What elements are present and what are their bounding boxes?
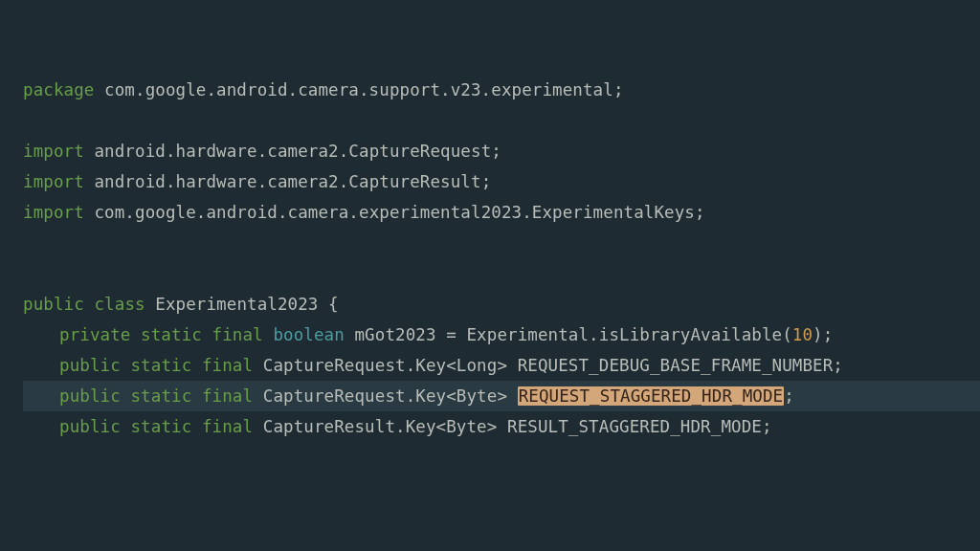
type-boolean: boolean: [273, 325, 344, 344]
keyword-final: final: [202, 386, 253, 406]
code-text: ;: [784, 386, 794, 406]
code-line-field: public static final CaptureRequest.Key<L…: [23, 356, 843, 375]
code-editor[interactable]: package com.google.android.camera.suppor…: [0, 0, 980, 442]
keyword-public: public: [59, 386, 121, 406]
code-line-field: private static final boolean mGot2023 = …: [23, 325, 833, 344]
keyword-final: final: [202, 417, 253, 436]
code-text: CaptureResult.Key<Byte> RESULT_STAGGERED…: [253, 417, 771, 436]
code-line-field: public static final CaptureRequest.Key<B…: [23, 386, 794, 406]
keyword-static: static: [130, 417, 191, 436]
keyword-static: static: [130, 356, 191, 375]
keyword-public: public: [59, 417, 121, 436]
keyword-public: public: [23, 295, 84, 314]
code-text: CaptureRequest.Key<Long> REQUEST_DEBUG_B…: [253, 356, 843, 375]
number-literal: 10: [792, 325, 813, 344]
code-line-import: import com.google.android.camera.experim…: [23, 203, 705, 222]
keyword-static: static: [130, 386, 191, 406]
code-line-field: public static final CaptureResult.Key<By…: [23, 417, 772, 436]
keyword-package: package: [23, 80, 94, 99]
code-text: android.hardware.camera2.CaptureRequest;: [84, 142, 501, 161]
code-text: );: [813, 325, 833, 344]
keyword-public: public: [59, 356, 121, 375]
code-text: CaptureRequest.Key<Byte>: [253, 386, 518, 406]
keyword-private: private: [59, 325, 130, 344]
code-text: android.hardware.camera2.CaptureResult;: [84, 172, 491, 191]
code-line-import: import android.hardware.camera2.CaptureR…: [23, 172, 491, 191]
keyword-final: final: [212, 325, 263, 344]
keyword-import: import: [23, 142, 84, 161]
keyword-static: static: [141, 325, 202, 344]
code-text: mGot2023 = Experimental.isLibraryAvailab…: [345, 325, 792, 344]
code-line-import: import android.hardware.camera2.CaptureR…: [23, 142, 501, 161]
code-line-class-decl: public class Experimental2023 {: [23, 295, 339, 314]
keyword-final: final: [202, 356, 253, 375]
keyword-import: import: [23, 203, 84, 222]
code-text: com.google.android.camera.experimental20…: [84, 203, 705, 222]
highlighted-line: public static final CaptureRequest.Key<B…: [23, 381, 980, 411]
keyword-class: class: [94, 295, 145, 314]
code-text: Experimental2023 {: [145, 295, 339, 314]
keyword-import: import: [23, 172, 84, 191]
selected-text: REQUEST_STAGGERED_HDR_MODE: [518, 386, 785, 406]
code-line-package: package com.google.android.camera.suppor…: [23, 80, 624, 99]
code-text: com.google.android.camera.support.v23.ex…: [94, 80, 623, 99]
